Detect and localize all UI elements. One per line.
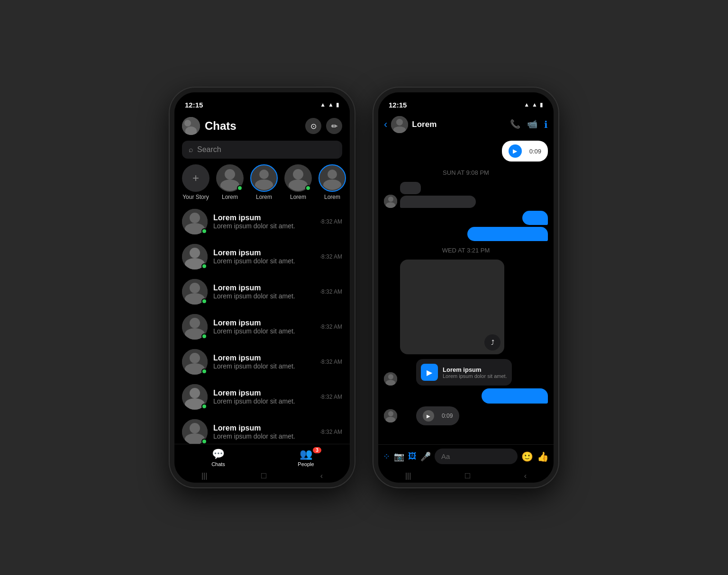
chat-name-1: Lorem ipsum — [213, 249, 314, 257]
received-group-1 — [384, 182, 548, 208]
nav-people[interactable]: 3 👥 People — [262, 448, 350, 467]
chat-item-3[interactable]: Lorem ipsum Lorem ipsum dolor sit amet. … — [174, 309, 350, 344]
chat-name-6: Lorem ipsum — [213, 424, 314, 432]
chat-preview-1: Lorem ipsum dolor sit amet. — [213, 257, 314, 265]
story-4[interactable]: Lorem — [318, 164, 346, 200]
chat-item-2[interactable]: Lorem ipsum Lorem ipsum dolor sit amet. … — [174, 274, 350, 309]
chat-name-5: Lorem ipsum — [213, 389, 314, 397]
story-avatar-3 — [284, 164, 312, 192]
message-input[interactable]: Aa — [435, 449, 518, 464]
contact-name: Lorem — [412, 120, 506, 129]
user-avatar[interactable] — [182, 117, 200, 135]
chats-nav-icon: 💬 — [212, 448, 225, 460]
chat-detail-header: ‹ Lorem 📞 📹 ℹ — [378, 113, 554, 136]
chat-preview-2: Lorem ipsum dolor sit amet. — [213, 292, 314, 300]
chat-avatar-6 — [182, 419, 208, 444]
chat-item-0[interactable]: Lorem ipsum Lorem ipsum dolor sit amet. … — [174, 204, 350, 239]
chat-preview-5: Lorem ipsum dolor sit amet. — [213, 397, 314, 405]
story-3[interactable]: Lorem — [284, 164, 312, 200]
chat-item-6[interactable]: Lorem ipsum Lorem ipsum dolor sit amet. … — [174, 414, 350, 444]
chat-time-0: ·8:32 AM — [320, 218, 342, 225]
chat-avatar-0 — [182, 209, 208, 234]
compose-button[interactable]: ✏ — [326, 118, 342, 134]
bottom-nav: 💬 Chats 3 👥 People — [174, 444, 350, 468]
back-gesture: ||| — [201, 472, 207, 480]
gallery-icon[interactable]: 🖼 — [408, 451, 417, 461]
chat-item-1[interactable]: Lorem ipsum Lorem ipsum dolor sit amet. … — [174, 239, 350, 274]
left-screen: 12:15 ▲ ▲ ▮ Chats ⊙ ✏ — [174, 92, 350, 483]
home-bar-left: ||| □ ‹ — [174, 468, 350, 483]
your-story[interactable]: + Your Story — [182, 164, 209, 200]
story-2[interactable]: Lorem — [250, 164, 278, 200]
audio-received-row: ▶ 0:09 — [384, 406, 548, 425]
chat-time-1: ·8:32 AM — [320, 253, 342, 260]
sent-bubble-short — [522, 211, 548, 225]
chat-preview-0: Lorem ipsum dolor sit amet. — [213, 222, 314, 230]
camera-input-icon[interactable]: 📷 — [394, 451, 404, 462]
camera-button[interactable]: ⊙ — [305, 118, 321, 134]
chat-item-5[interactable]: Lorem ipsum Lorem ipsum dolor sit amet. … — [174, 379, 350, 414]
sent-blue-bubble — [482, 388, 548, 404]
camera-icon: ⊙ — [310, 122, 317, 131]
play-button-received[interactable]: ▶ — [423, 410, 434, 422]
chat-list: Lorem ipsum Lorem ipsum dolor sit amet. … — [174, 204, 350, 444]
story-1[interactable]: Lorem — [216, 164, 244, 200]
online-indicator-1 — [237, 185, 243, 191]
header-icons: ⊙ ✏ — [305, 118, 342, 134]
sent-bubble-long — [467, 227, 548, 241]
sender-avatar-3 — [384, 409, 397, 422]
input-placeholder: Aa — [441, 452, 450, 460]
home-bar-right: ||| □ ‹ — [378, 468, 554, 483]
chat-avatar-1 — [182, 244, 208, 270]
chat-item-4[interactable]: Lorem ipsum Lorem ipsum dolor sit amet. … — [174, 344, 350, 379]
search-bar[interactable]: ⌕ Search — [182, 141, 342, 159]
phone-icon[interactable]: 📞 — [510, 119, 520, 130]
mic-icon[interactable]: 🎤 — [420, 451, 431, 462]
nav-chats[interactable]: 💬 Chats — [174, 448, 262, 467]
edit-icon: ✏ — [331, 122, 337, 131]
search-input[interactable]: Search — [197, 145, 221, 154]
chat-preview-6: Lorem ipsum dolor sit amet. — [213, 432, 314, 440]
signal-icon-r: ▲ — [532, 101, 537, 108]
audio-duration-top: 0:09 — [529, 148, 541, 155]
back-button[interactable]: ‹ — [384, 118, 387, 131]
chat-info-6: Lorem ipsum Lorem ipsum dolor sit amet. — [213, 424, 314, 440]
status-icons-left: ▲ ▲ ▮ — [320, 101, 339, 108]
chat-info-3: Lorem ipsum Lorem ipsum dolor sit amet. — [213, 319, 314, 335]
sent-group-1 — [467, 211, 548, 241]
chat-name-2: Lorem ipsum — [213, 284, 314, 292]
link-preview-row: ▶ Lorem ipsum Lorem ipsum dolor sit amet… — [384, 359, 548, 386]
right-screen: 12:15 ▲ ▲ ▮ ‹ Lorem 📞 📹 ℹ — [378, 92, 554, 483]
chat-info-1: Lorem ipsum Lorem ipsum dolor sit amet. — [213, 249, 314, 265]
add-story-btn[interactable]: + — [182, 164, 209, 192]
link-preview[interactable]: ▶ Lorem ipsum Lorem ipsum dolor sit amet… — [416, 359, 512, 386]
chat-name-3: Lorem ipsum — [213, 319, 314, 327]
left-phone: 12:15 ▲ ▲ ▮ Chats ⊙ ✏ — [170, 88, 355, 487]
link-title: Lorem ipsum — [443, 366, 507, 373]
apps-icon[interactable]: ⁘ — [383, 451, 390, 462]
video-icon[interactable]: 📹 — [527, 119, 537, 130]
chat-avatar-4 — [182, 349, 208, 375]
your-story-label: Your Story — [182, 194, 209, 200]
sender-avatar-1 — [384, 195, 397, 208]
plus-icon: + — [192, 171, 199, 185]
wifi-icon-r: ▲ — [524, 101, 529, 108]
action-icons: 📞 📹 ℹ — [510, 119, 548, 130]
share-button[interactable]: ⤴ — [484, 334, 500, 350]
chat-avatar-5 — [182, 384, 208, 410]
chat-preview-4: Lorem ipsum dolor sit amet. — [213, 362, 314, 370]
info-icon[interactable]: ℹ — [544, 119, 548, 130]
chat-avatar-3 — [182, 314, 208, 340]
link-info: Lorem ipsum Lorem ipsum dolor sit amet. — [443, 366, 507, 379]
chat-time-2: ·8:32 AM — [320, 288, 342, 295]
home-gesture: □ — [261, 471, 266, 481]
shared-image-container: ⤴ — [400, 260, 504, 354]
play-button-top[interactable]: ▶ — [509, 144, 522, 158]
like-icon[interactable]: 👍 — [537, 451, 549, 462]
emoji-icon[interactable]: 🙂 — [521, 451, 533, 462]
contact-avatar[interactable] — [391, 116, 408, 133]
chat-time-4: ·8:32 AM — [320, 359, 342, 365]
chat-info-0: Lorem ipsum Lorem ipsum dolor sit amet. — [213, 214, 314, 230]
story-label-1: Lorem — [222, 194, 238, 200]
chat-info-4: Lorem ipsum Lorem ipsum dolor sit amet. — [213, 354, 314, 370]
